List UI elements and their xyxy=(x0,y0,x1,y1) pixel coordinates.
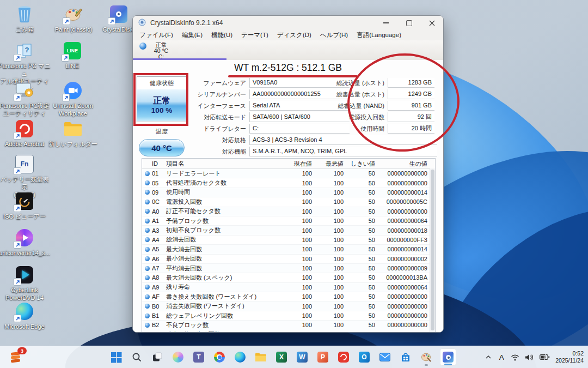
running-indicator xyxy=(425,364,428,366)
smart-threshold: 50 xyxy=(348,237,379,243)
desktop-icon-zoom[interactable]: Uninstall ZoomWorkplace xyxy=(46,81,100,117)
menu-item[interactable]: ヘルプ(H) xyxy=(316,31,352,39)
zoom-icon xyxy=(63,81,83,100)
menu-item[interactable]: 機能(U) xyxy=(207,31,237,39)
smart-threshold: 50 xyxy=(348,208,379,215)
taskbar-word-button[interactable]: W xyxy=(295,348,309,366)
desktop-icon-acrobat-red[interactable]: Adobe Acrobat xyxy=(0,119,52,148)
smart-worst: 100 xyxy=(316,293,348,300)
menu-item[interactable]: 編集(E) xyxy=(177,31,207,39)
smart-raw: 000000000000 xyxy=(379,293,435,300)
smart-worst: 100 xyxy=(316,303,348,310)
window-titlebar[interactable]: CrystalDiskInfo 9.2.1 x64 xyxy=(133,16,443,30)
minimize-button[interactable] xyxy=(375,16,397,30)
menu-item[interactable]: テーマ(T) xyxy=(237,31,273,39)
maximize-button[interactable] xyxy=(397,16,420,30)
smart-row: B5総書き換え失敗回数10010050000000000000 xyxy=(142,330,435,333)
desktop-icon-panasonic-settings[interactable]: Panasonic PC設定ユーティリティ xyxy=(0,81,52,117)
taskbar-acrobat-button[interactable] xyxy=(336,348,351,366)
desktop-icon-recycle-bin[interactable]: ごみ箱 xyxy=(0,4,52,33)
smart-table: ID項目名現在値最悪値しきい値生の値 01リードエラーレート1001005000… xyxy=(142,158,436,333)
smart-name: 初期不良ブロック数 xyxy=(166,226,285,234)
smart-table-scrollbar[interactable] xyxy=(430,168,435,333)
smart-raw: 0000000013BA xyxy=(379,274,435,281)
smart-raw: 000000000000 xyxy=(379,208,435,215)
temperature-pill[interactable]: 40 °C xyxy=(139,139,185,156)
taskbar-excel-button[interactable]: X xyxy=(274,348,289,366)
taskbar-mail-button[interactable] xyxy=(378,348,392,366)
smart-worst: 100 xyxy=(316,237,348,243)
smart-current: 100 xyxy=(285,180,316,186)
taskbar-copilot-button[interactable] xyxy=(171,348,185,366)
health-label: 健康状態 xyxy=(137,77,186,89)
desktop-icon-label: Microsoft Edge xyxy=(4,323,44,330)
smart-current: 100 xyxy=(285,198,316,205)
taskbar-teams-button[interactable]: T xyxy=(192,348,206,366)
ime-indicator[interactable]: A xyxy=(498,353,505,361)
wifi-icon[interactable] xyxy=(511,354,519,361)
info-label: 使用時間 xyxy=(324,124,388,134)
smart-row: A5最大消去回数10010050000000000014 xyxy=(142,245,435,254)
status-good-icon xyxy=(145,266,150,271)
battery-icon[interactable] xyxy=(540,354,550,360)
taskbar-search-button[interactable] xyxy=(130,348,144,366)
health-status-value: 正常 xyxy=(153,96,170,106)
scrollbar-thumb[interactable] xyxy=(431,170,434,330)
taskbar-powerpoint-button[interactable]: P xyxy=(316,348,330,366)
paint-classic-icon xyxy=(64,4,83,24)
smart-row: A4総消去回数10010050000000000FF3 xyxy=(142,236,435,245)
info-row: 使用時間20 時間 xyxy=(324,122,434,134)
desktop-icon-edge[interactable]: Microsoft Edge xyxy=(0,301,52,330)
taskbar-outlook-button[interactable]: O xyxy=(357,348,371,366)
desktop-icon-uniconverter[interactable]: uniconverter14_s... xyxy=(0,228,52,257)
taskbar-clock[interactable]: 0:52 2025/11/24 xyxy=(555,350,584,364)
taskbar-edge-button[interactable] xyxy=(233,348,247,366)
desktop-icon-line[interactable]: LINELINE xyxy=(45,41,100,70)
taskbar: 3 TXWPO A 0:52 2025/11/24 xyxy=(0,346,588,368)
taskbar-notification-app[interactable]: 3 xyxy=(9,350,23,364)
status-good-icon xyxy=(145,209,150,214)
taskbar-chrome-button[interactable] xyxy=(212,348,226,366)
smart-worst: 100 xyxy=(316,208,348,215)
battery-fn-icon: Fn xyxy=(15,154,34,174)
close-button[interactable] xyxy=(420,16,443,30)
info-value: 901 GB xyxy=(388,101,434,111)
taskbar-start-button[interactable] xyxy=(109,348,123,366)
smart-id: B2 xyxy=(152,322,166,328)
desktop-icon-powerdvd[interactable]: CyberLinkPowerDVD 14 xyxy=(0,265,52,301)
desktop-icon-iso-viewer[interactable]: ISO ビューアー xyxy=(0,191,52,220)
smart-id: 05 xyxy=(152,180,166,186)
desktop-icon-label: CyberLinkPowerDVD 14 xyxy=(5,286,44,301)
smart-raw: 000000000018 xyxy=(379,227,435,234)
smart-id: B1 xyxy=(152,312,166,319)
status-good-icon xyxy=(145,285,150,289)
smart-worst: 100 xyxy=(316,256,348,262)
taskbar-paint-button[interactable] xyxy=(419,348,433,366)
smart-current: 100 xyxy=(285,256,316,262)
tray-chevron-icon[interactable] xyxy=(485,355,492,359)
smart-row: 05代替処理済のセクタ数10010050000000000000 xyxy=(142,178,435,188)
clock-time: 0:52 xyxy=(555,350,584,357)
acrobat-red-icon xyxy=(15,119,34,138)
menu-item[interactable]: ファイル(F) xyxy=(135,31,177,39)
taskbar-file-explorer-button[interactable] xyxy=(254,348,268,366)
smart-id: A1 xyxy=(152,218,166,224)
taskbar-crystaldiskinfo-button[interactable] xyxy=(440,348,456,366)
crystaldiskinfo-icon xyxy=(109,4,128,24)
panasonic-settings-icon xyxy=(15,81,34,100)
smart-raw: 00000000005C xyxy=(379,198,435,205)
menu-item[interactable]: 言語(Language) xyxy=(352,31,406,39)
smart-current: 100 xyxy=(285,170,316,177)
health-status-button[interactable]: 正常 100 % xyxy=(137,89,186,121)
desktop-icon-label: CrystalDiskI xyxy=(103,26,135,33)
drive-tab-c[interactable]: 正常 40 °C C: xyxy=(133,40,226,60)
health-panel: 健康状態 正常 100 % 温度 40 °C xyxy=(137,76,187,156)
desktop-icon-label: Panasonic PC設定ユーティリティ xyxy=(0,102,50,117)
menu-item[interactable]: ディスク(D) xyxy=(273,31,316,39)
smart-current: 100 xyxy=(285,227,316,234)
taskbar-store-button[interactable] xyxy=(399,348,413,366)
desktop-icon-folder[interactable]: 新しいフォルダー xyxy=(46,119,100,148)
taskbar-task-view-button[interactable] xyxy=(150,348,164,366)
smart-current: 100 xyxy=(285,218,316,224)
volume-icon[interactable] xyxy=(525,354,534,361)
